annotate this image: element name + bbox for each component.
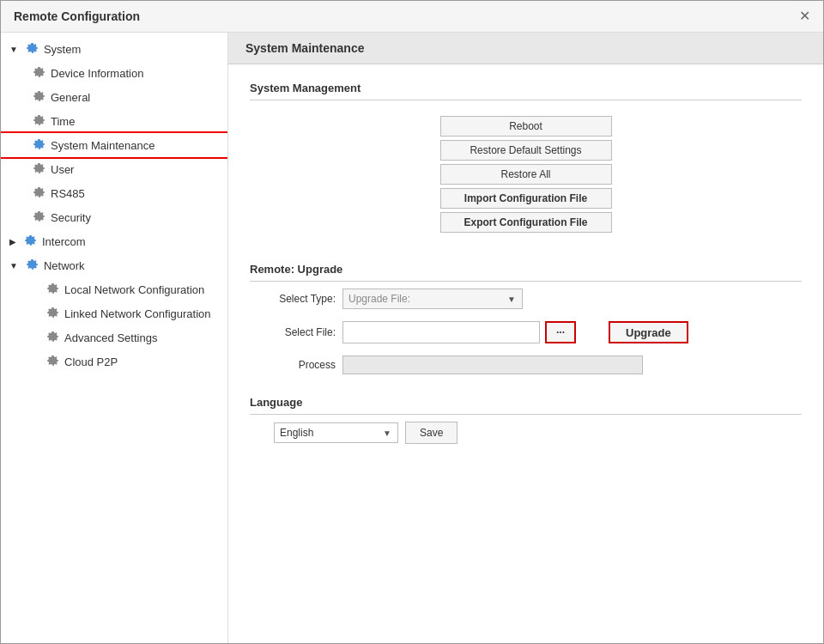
remote-configuration-window: Remote Configuration ✕ ▼ System Device xyxy=(0,0,824,644)
management-buttons: Reboot Restore Default Settings Restore … xyxy=(250,107,802,241)
gear-icon xyxy=(25,258,39,272)
sidebar-system-label: System xyxy=(44,43,81,56)
language-dropdown-wrapper: English Chinese French German Spanish ▼ xyxy=(274,422,398,443)
sidebar-item-label: Time xyxy=(51,115,75,128)
select-type-dropdown[interactable]: Upgrade File: xyxy=(342,289,523,309)
gear-icon xyxy=(25,42,39,56)
gear-icon xyxy=(32,114,45,128)
main-layout: ▼ System Device Information xyxy=(1,33,823,643)
gear-icon xyxy=(45,307,59,320)
file-text-input[interactable] xyxy=(342,321,540,343)
restore-all-button[interactable]: Restore All xyxy=(440,164,612,185)
remote-upgrade-section: Remote: Upgrade Select Type: Upgrade Fil… xyxy=(250,263,802,374)
language-row: English Chinese French German Spanish ▼ … xyxy=(250,422,802,444)
sidebar-item-network[interactable]: ▼ Network xyxy=(1,253,227,277)
sidebar-item-cloud-p2p[interactable]: Cloud P2P xyxy=(1,349,227,374)
sidebar-network-label: Network xyxy=(44,259,85,272)
reboot-button[interactable]: Reboot xyxy=(440,116,612,137)
sidebar: ▼ System Device Information xyxy=(1,33,228,643)
sidebar-item-local-network[interactable]: Local Network Configuration xyxy=(1,277,227,301)
gear-icon xyxy=(23,234,37,248)
select-file-label: Select File: xyxy=(250,326,336,338)
sidebar-item-label: Security xyxy=(51,211,91,224)
sidebar-item-label: Advanced Settings xyxy=(64,331,157,344)
window-title: Remote Configuration xyxy=(14,9,140,23)
sidebar-item-user[interactable]: User xyxy=(1,157,227,181)
content-header: System Maintenance xyxy=(228,33,823,64)
import-config-button[interactable]: Import Configuration File xyxy=(440,188,612,209)
sidebar-item-label: System Maintenance xyxy=(51,139,154,152)
gear-icon xyxy=(45,283,59,296)
select-type-row: Select Type: Upgrade File: ▼ xyxy=(250,289,802,309)
content-area: System Maintenance System Management Reb… xyxy=(228,33,823,643)
sidebar-item-general[interactable]: General xyxy=(1,85,227,109)
save-language-button[interactable]: Save xyxy=(405,422,457,444)
restore-default-button[interactable]: Restore Default Settings xyxy=(440,140,612,161)
upgrade-button[interactable]: Upgrade xyxy=(609,321,688,343)
sidebar-item-intercom[interactable]: ▶ Intercom xyxy=(1,229,227,253)
close-button[interactable]: ✕ xyxy=(799,9,810,23)
progress-bar xyxy=(342,355,643,374)
select-file-row: Select File: ··· Upgrade xyxy=(250,321,802,343)
sidebar-item-label: Linked Network Configuration xyxy=(64,307,211,320)
gear-icon xyxy=(45,331,59,344)
language-section: Language English Chinese French German S… xyxy=(250,396,802,444)
gear-icon xyxy=(32,66,45,80)
sidebar-item-time[interactable]: Time xyxy=(1,109,227,133)
system-management-section: System Management Reboot Restore Default… xyxy=(250,82,802,241)
select-type-label: Select Type: xyxy=(250,293,336,305)
browse-button[interactable]: ··· xyxy=(545,321,576,343)
sidebar-item-linked-network[interactable]: Linked Network Configuration xyxy=(1,301,227,325)
sidebar-item-label: Local Network Configuration xyxy=(64,283,204,296)
language-title: Language xyxy=(250,396,802,415)
sidebar-item-system-maintenance[interactable]: System Maintenance xyxy=(1,133,227,157)
gear-icon xyxy=(32,186,45,200)
gear-icon xyxy=(45,355,59,368)
sidebar-item-advanced-settings[interactable]: Advanced Settings xyxy=(1,325,227,349)
sidebar-item-rs485[interactable]: RS485 xyxy=(1,181,227,205)
sidebar-item-label: User xyxy=(51,163,74,176)
language-dropdown[interactable]: English Chinese French German Spanish xyxy=(274,422,398,443)
sidebar-item-security[interactable]: Security xyxy=(1,205,227,229)
export-config-button[interactable]: Export Configuration File xyxy=(440,212,612,233)
sidebar-item-label: Device Information xyxy=(51,67,143,80)
sidebar-item-label: General xyxy=(51,91,90,104)
gear-icon xyxy=(32,210,45,224)
sidebar-item-label: Cloud P2P xyxy=(64,355,118,368)
title-bar: Remote Configuration ✕ xyxy=(1,1,823,33)
process-label: Process xyxy=(250,359,336,371)
chevron-right-icon: ▶ xyxy=(9,237,16,246)
gear-icon xyxy=(32,162,45,176)
chevron-down-icon: ▼ xyxy=(9,45,18,54)
gear-icon xyxy=(32,90,45,104)
content-body: System Management Reboot Restore Default… xyxy=(228,64,823,483)
remote-upgrade-title: Remote: Upgrade xyxy=(250,263,802,282)
file-input-wrapper: ··· xyxy=(342,321,576,343)
sidebar-item-system[interactable]: ▼ System xyxy=(1,37,227,61)
sidebar-item-label: RS485 xyxy=(51,187,85,200)
sidebar-item-device-information[interactable]: Device Information xyxy=(1,61,227,85)
chevron-down-icon: ▼ xyxy=(9,261,18,270)
gear-icon xyxy=(32,138,45,152)
sidebar-intercom-label: Intercom xyxy=(42,235,86,248)
process-row: Process xyxy=(250,355,802,374)
select-type-dropdown-wrapper: Upgrade File: ▼ xyxy=(342,289,523,309)
system-management-title: System Management xyxy=(250,82,802,100)
